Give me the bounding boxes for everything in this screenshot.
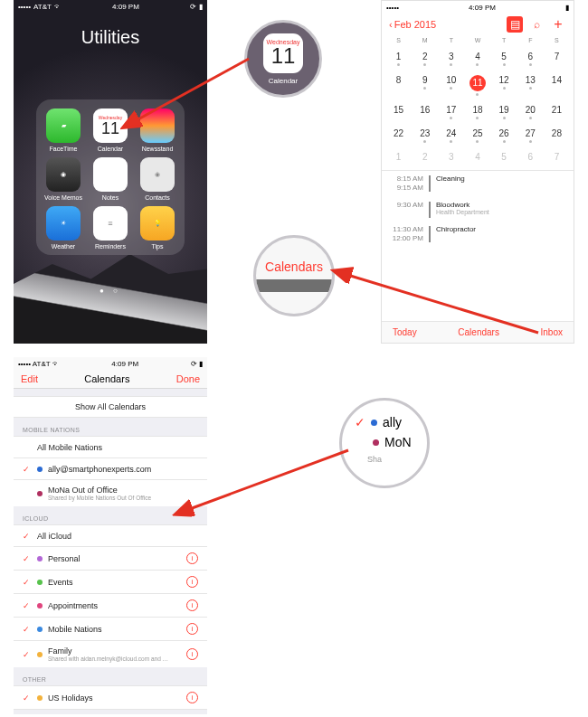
color-dot-icon <box>373 439 379 446</box>
callout-calendars-button: Calendars <box>253 235 335 316</box>
day-cell[interactable]: 12 <box>491 71 517 100</box>
info-icon[interactable]: i <box>186 552 198 564</box>
calendar-row[interactable]: ✓Eventsi <box>14 570 207 593</box>
calendar-row[interactable]: ✓All iCloud <box>14 524 207 546</box>
add-event-button[interactable]: + <box>550 16 566 33</box>
day-cell[interactable]: 3 <box>438 47 464 71</box>
calendars-list-screen: ••••• AT&T ᯤ4:09 PM⟳ ▮ Edit Calendars Do… <box>14 357 207 714</box>
nav-bar: ‹Feb 2015 ▤ ⌕ + <box>382 14 574 35</box>
app-tips[interactable]: 💡Tips <box>136 206 179 250</box>
done-button[interactable]: Done <box>176 373 200 384</box>
day-cell[interactable]: 20 <box>517 100 544 124</box>
info-icon[interactable]: i <box>186 692 198 703</box>
color-dot-icon <box>37 556 43 561</box>
app-notes[interactable]: ≡Notes <box>89 157 132 201</box>
calendar-row[interactable]: ✓Personali <box>14 546 207 570</box>
utilities-folder-screen: •••••AT&Tᯤ 4:09 PM ⟳▮ Utilities ▰FaceTim… <box>14 0 207 344</box>
day-cell[interactable]: 27 <box>517 124 544 147</box>
event-row[interactable]: 11:30 AM12:00 PMChiropractor <box>382 222 574 248</box>
color-dot-icon <box>37 627 43 632</box>
edit-button[interactable]: Edit <box>21 373 38 384</box>
day-cell[interactable]: 4 <box>464 147 490 166</box>
event-row[interactable]: 9:30 AMBloodworkHealth Department <box>382 197 574 222</box>
day-cell[interactable]: 26 <box>491 124 517 147</box>
voice-memos-icon: ◉ <box>46 157 81 192</box>
facetime-icon: ▰ <box>46 108 81 143</box>
view-toggle-button[interactable]: ▤ <box>507 16 523 33</box>
day-cell[interactable]: 24 <box>438 124 464 147</box>
day-cell[interactable]: 22 <box>385 124 412 147</box>
reminders-icon: ≡ <box>93 206 128 241</box>
day-cell[interactable]: 6 <box>517 147 544 166</box>
contacts-icon: ◉ <box>140 157 175 192</box>
day-cell[interactable]: 14 <box>544 71 570 100</box>
day-cell[interactable]: 1 <box>385 147 412 166</box>
search-icon[interactable]: ⌕ <box>528 16 545 33</box>
app-contacts[interactable]: ◉Contacts <box>136 157 179 201</box>
callout-calendar-icon: Wednesday 11 Calendar <box>244 20 322 98</box>
day-cell[interactable]: 7 <box>544 147 570 166</box>
day-cell[interactable]: 2 <box>412 47 438 71</box>
day-cell[interactable]: 5 <box>491 47 517 71</box>
info-icon[interactable]: i <box>186 623 198 635</box>
month-grid[interactable]: 1234567891011121314151617181920212223242… <box>382 47 574 166</box>
day-cell[interactable]: 18 <box>464 100 490 124</box>
weekday-header: SMTWTFS <box>382 35 574 47</box>
arrow-icon <box>330 262 556 344</box>
svg-line-0 <box>125 59 249 127</box>
color-dot-icon <box>37 491 43 496</box>
color-dot-icon <box>37 695 43 701</box>
check-icon: ✓ <box>23 532 32 541</box>
app-reminders[interactable]: ≡Reminders <box>89 206 132 250</box>
day-cell[interactable]: 11 <box>464 71 490 100</box>
check-icon: ✓ <box>23 601 32 610</box>
info-icon[interactable]: i <box>186 648 198 660</box>
calendar-row[interactable]: ✓Mobile Nationsi <box>14 617 207 640</box>
calendar-row[interactable]: ✓FamilyShared with aidan.melnyk@icloud.c… <box>14 640 207 667</box>
event-row[interactable]: 8:15 AM9:15 AMCleaning <box>382 171 574 197</box>
day-cell[interactable]: 1 <box>385 47 412 71</box>
arrow-icon <box>118 54 253 136</box>
app-facetime[interactable]: ▰FaceTime <box>42 108 85 152</box>
weather-icon: ☀ <box>46 206 81 241</box>
day-cell[interactable]: 6 <box>517 47 544 71</box>
day-cell[interactable]: 3 <box>438 147 464 166</box>
day-cell[interactable]: 4 <box>464 47 490 71</box>
color-dot-icon <box>37 603 43 609</box>
day-cell[interactable]: 10 <box>438 71 464 100</box>
day-cell[interactable]: 5 <box>491 147 517 166</box>
calendar-row[interactable]: ✓US Holidaysi <box>14 685 207 710</box>
info-icon[interactable]: i <box>186 599 198 611</box>
calendar-row[interactable]: ✓Appointmentsi <box>14 593 207 617</box>
app-weather[interactable]: ☀Weather <box>42 206 85 250</box>
day-cell[interactable]: 28 <box>544 124 570 147</box>
day-cell[interactable]: 25 <box>464 124 490 147</box>
check-icon: ✓ <box>23 465 32 474</box>
check-icon: ✓ <box>355 415 365 429</box>
day-cell[interactable]: 17 <box>438 100 464 124</box>
day-cell[interactable]: 21 <box>544 100 570 124</box>
day-cell[interactable]: 16 <box>412 100 438 124</box>
info-icon[interactable]: i <box>186 576 198 588</box>
app-voice-memos[interactable]: ◉Voice Memos <box>42 157 85 201</box>
svg-line-2 <box>177 450 348 514</box>
color-dot-icon <box>371 420 377 426</box>
status-bar: •••••AT&Tᯤ 4:09 PM ⟳▮ <box>14 0 207 13</box>
day-cell[interactable]: 9 <box>412 71 438 100</box>
day-cell[interactable]: 7 <box>544 47 570 71</box>
notes-icon: ≡ <box>93 157 128 192</box>
status-bar: •••••4:09 PM▮ <box>382 1 574 14</box>
show-all-calendars[interactable]: Show All Calendars <box>14 396 207 418</box>
events-list: 8:15 AM9:15 AMCleaning9:30 AMBloodworkHe… <box>382 170 574 248</box>
day-cell[interactable]: 19 <box>491 100 517 124</box>
day-cell[interactable]: 8 <box>385 71 412 100</box>
day-cell[interactable]: 15 <box>385 100 412 124</box>
check-icon: ✓ <box>23 625 32 634</box>
tips-icon: 💡 <box>140 206 175 241</box>
day-cell[interactable]: 13 <box>517 71 544 100</box>
check-icon: ✓ <box>23 578 32 587</box>
day-cell[interactable]: 2 <box>412 147 438 166</box>
arrow-icon <box>172 443 362 524</box>
back-button[interactable]: ‹Feb 2015 <box>389 19 436 30</box>
day-cell[interactable]: 23 <box>412 124 438 147</box>
